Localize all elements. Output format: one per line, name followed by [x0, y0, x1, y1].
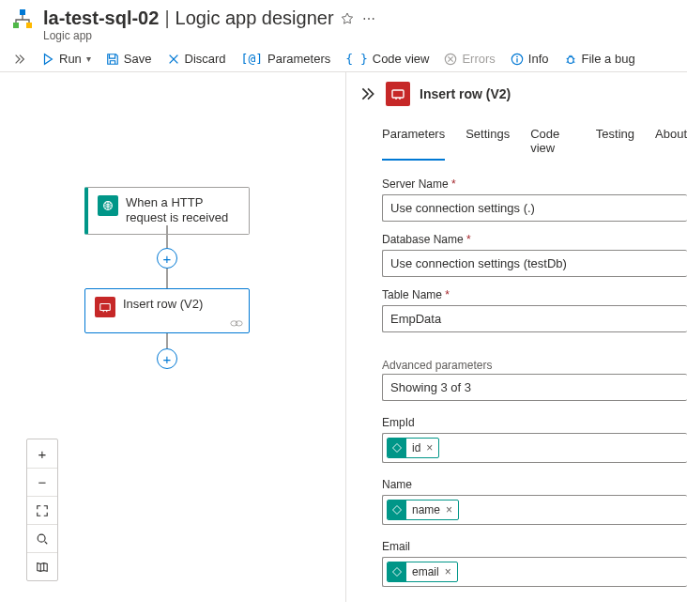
svg-rect-2	[26, 23, 32, 28]
fit-to-screen-button[interactable]	[27, 496, 57, 524]
info-label: Info	[528, 52, 549, 66]
svg-point-11	[236, 321, 242, 326]
connection-indicator-icon	[230, 319, 243, 329]
database-name-input[interactable]: Use connection settings (testDb)	[382, 250, 687, 277]
database-name-label: Database Name	[382, 233, 687, 246]
discard-button[interactable]: Discard	[167, 52, 226, 66]
svg-rect-9	[100, 304, 111, 311]
tab-parameters[interactable]: Parameters	[382, 127, 445, 161]
sql-action-icon	[95, 297, 115, 317]
toolbar-expand-icon[interactable]	[13, 53, 26, 66]
name-input[interactable]: name ×	[382, 495, 687, 525]
advanced-parameters-label: Advanced parameters	[382, 359, 687, 372]
parameters-label: Parameters	[267, 52, 330, 66]
empid-input[interactable]: id ×	[382, 433, 687, 463]
discard-label: Discard	[185, 52, 226, 66]
search-canvas-button[interactable]	[27, 524, 57, 552]
save-label: Save	[124, 52, 152, 66]
errors-label: Errors	[462, 52, 495, 66]
panel-title: Insert row (V2)	[420, 86, 511, 101]
collapse-panel-icon[interactable]	[359, 85, 376, 102]
server-name-label: Server Name	[382, 177, 687, 191]
svg-point-5	[516, 55, 518, 57]
run-button[interactable]: Run ▾	[41, 52, 91, 66]
zoom-out-button[interactable]: −	[27, 468, 57, 496]
sql-connector-icon	[386, 82, 410, 106]
designer-canvas[interactable]: When a HTTP request is received + Insert…	[0, 72, 345, 602]
email-label: Email	[382, 540, 687, 553]
empid-label: EmpId	[382, 416, 687, 429]
name-label: Name	[382, 478, 687, 491]
token-name[interactable]: name ×	[387, 500, 459, 520]
tab-settings[interactable]: Settings	[466, 127, 510, 161]
info-button[interactable]: Info	[511, 52, 549, 66]
code-view-button[interactable]: { } Code view	[345, 52, 429, 66]
save-button[interactable]: Save	[106, 52, 152, 66]
dynamic-content-icon	[388, 562, 406, 581]
svg-rect-13	[392, 90, 404, 98]
parameters-button[interactable]: [@] Parameters	[241, 52, 331, 66]
action-node-label: Insert row (V2)	[123, 297, 203, 312]
favorite-star-icon[interactable]	[340, 11, 355, 26]
logic-app-icon	[11, 8, 34, 30]
http-trigger-icon	[98, 195, 118, 216]
remove-token-icon[interactable]: ×	[444, 503, 458, 516]
run-label: Run	[59, 52, 82, 66]
tab-code-view[interactable]: Code view	[530, 127, 575, 161]
email-input[interactable]: email ×	[382, 557, 687, 587]
zoom-toolbar: + −	[26, 439, 58, 581]
dynamic-content-icon	[388, 439, 406, 457]
advanced-parameters-dropdown[interactable]: Showing 3 of 3	[382, 374, 687, 401]
add-step-button[interactable]: +	[157, 248, 177, 269]
svg-point-7	[567, 56, 572, 63]
trigger-node-label: When a HTTP request is received	[126, 195, 239, 226]
tab-testing[interactable]: Testing	[596, 127, 634, 161]
svg-rect-0	[20, 9, 25, 15]
zoom-in-button[interactable]: +	[27, 439, 57, 468]
token-id[interactable]: id ×	[387, 438, 439, 458]
page-title: Logic app designer	[176, 8, 334, 29]
file-a-bug-button[interactable]: File a bug	[564, 52, 635, 66]
tab-about[interactable]: About	[655, 127, 687, 161]
server-name-input[interactable]: Use connection settings (.)	[382, 194, 687, 222]
token-email[interactable]: email ×	[387, 562, 458, 582]
table-name-input[interactable]: EmpData	[382, 305, 687, 332]
more-menu-icon[interactable]: ⋯	[360, 11, 377, 26]
title-separator: |	[164, 8, 169, 29]
action-node-selected[interactable]: Insert row (V2)	[84, 288, 250, 333]
svg-point-12	[38, 534, 45, 542]
svg-rect-6	[516, 58, 517, 62]
remove-token-icon[interactable]: ×	[443, 565, 457, 578]
remove-token-icon[interactable]: ×	[424, 441, 438, 454]
errors-button[interactable]: Errors	[444, 52, 495, 66]
minimap-button[interactable]	[27, 552, 57, 580]
file-a-bug-label: File a bug	[582, 52, 635, 66]
table-name-label: Table Name	[382, 288, 687, 301]
code-view-label: Code view	[373, 52, 430, 66]
chevron-down-icon: ▾	[86, 54, 91, 64]
breadcrumb-subtitle: Logic app	[43, 29, 676, 42]
dynamic-content-icon	[388, 500, 406, 519]
app-name: la-test-sql-02	[43, 8, 159, 29]
svg-rect-1	[13, 23, 19, 28]
add-step-button[interactable]: +	[157, 348, 177, 369]
